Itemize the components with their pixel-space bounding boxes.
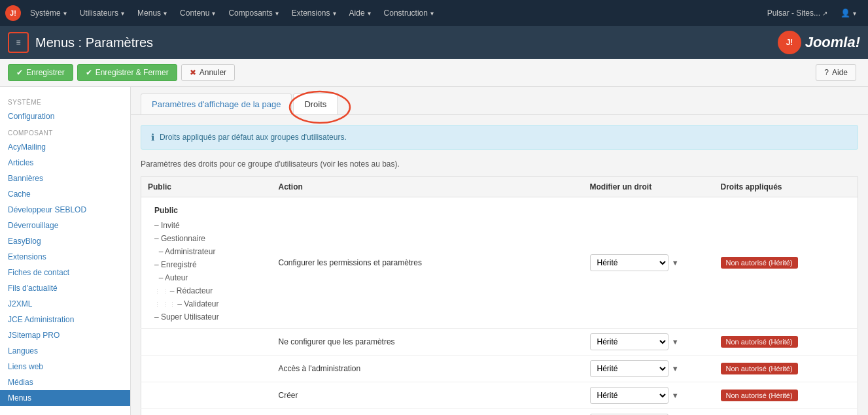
nav-systeme[interactable]: Système ▾	[24, 0, 73, 26]
group-redacteur: ⋮ ⋮ – Rédacteur	[148, 284, 266, 297]
nav-user[interactable]: 👤 ▾	[834, 0, 863, 26]
group-public: Public	[148, 202, 266, 219]
select-herite-3[interactable]: Hérité Autorisé Refusé	[590, 387, 668, 404]
group-enregistre: – Enregistré	[148, 258, 266, 271]
svg-text:J!: J!	[786, 38, 793, 47]
sidebar-item-medias[interactable]: Médias	[0, 374, 130, 390]
group-tree-cell-2	[141, 329, 272, 356]
sidebar-item-bannieres[interactable]: Bannières	[0, 171, 130, 186]
modify-cell-4: Hérité Autorisé Refusé ▼	[583, 409, 714, 416]
table-row: Accès à l'administration Hérité Autorisé…	[141, 356, 858, 382]
save-close-button[interactable]: ✔ Enregistrer & Fermer	[77, 64, 177, 81]
sidebar-item-articles[interactable]: Articles	[0, 155, 130, 171]
group-super-utilisateur: – Super Utilisateur	[148, 310, 266, 324]
action-cell-0: Configurer les permissions et paramètres	[272, 197, 583, 329]
page-title: Menus : Paramètres	[35, 35, 153, 50]
joomla-flower-icon: J!	[778, 31, 801, 54]
check-icon: ✔	[16, 68, 23, 77]
chevron-down-icon: ▾	[853, 10, 856, 17]
sidebar-item-fiches-contact[interactable]: Fiches de contact	[0, 265, 130, 280]
toolbar: ✔ Enregistrer ✔ Enregistrer & Fermer ✖ A…	[0, 59, 868, 87]
applied-cell-0: Non autorisé (Hérité)	[714, 197, 858, 329]
header-bar: ≡ Menus : Paramètres J! Joomla!	[0, 26, 868, 59]
tab-params[interactable]: Paramètres d'affichage de la page	[141, 93, 292, 114]
sidebar-item-deverrouillage[interactable]: Déverrouillage	[0, 218, 130, 233]
table-row: Public – Invité – Gestionnaire – Adminis…	[141, 197, 858, 329]
x-icon: ✖	[190, 68, 196, 77]
group-auteur: – Auteur	[148, 271, 266, 284]
nav-right-section: Pulsar - Sites... ↗ 👤 ▾	[761, 0, 863, 26]
nav-extensions[interactable]: Extensions ▾	[285, 0, 343, 26]
badge-0: Non autorisé (Hérité)	[721, 257, 798, 269]
help-button[interactable]: ? Aide	[816, 64, 856, 81]
menu-icon: ≡	[16, 38, 20, 47]
nav-contenu[interactable]: Contenu ▾	[173, 0, 222, 26]
external-link-icon: ↗	[822, 10, 827, 17]
badge-3: Non autorisé (Hérité)	[721, 390, 798, 401]
page-icon: ≡	[8, 32, 29, 53]
user-icon: 👤	[841, 8, 850, 18]
modify-cell-0: Hérité Autorisé Refusé ▼	[583, 197, 714, 329]
chevron-down-icon: ▾	[368, 10, 371, 17]
modify-cell-3: Hérité Autorisé Refusé ▼	[583, 382, 714, 409]
col-group: Public	[141, 177, 272, 197]
applied-cell-4: Non autorisé (Hérité)	[714, 409, 858, 416]
modify-cell-1: Hérité Autorisé Refusé ▼	[583, 329, 714, 356]
joomla-brand: J! Joomla!	[778, 31, 860, 54]
applied-cell-3: Non autorisé (Hérité)	[714, 382, 858, 409]
select-herite-1[interactable]: Hérité Autorisé Refusé	[590, 333, 668, 350]
sidebar-item-liens-web[interactable]: Liens web	[0, 359, 130, 374]
group-tree-cell: Public – Invité – Gestionnaire – Adminis…	[141, 197, 272, 329]
nav-aide[interactable]: Aide ▾	[343, 0, 377, 26]
tab-droits[interactable]: Droits	[293, 93, 338, 114]
nav-pulsar[interactable]: Pulsar - Sites... ↗	[761, 0, 834, 26]
save-button[interactable]: ✔ Enregistrer	[8, 64, 73, 81]
action-cell-3: Créer	[272, 382, 583, 409]
group-administrateur: – Administrateur	[148, 245, 266, 258]
nav-menus[interactable]: Menus ▾	[131, 0, 173, 26]
sidebar-item-dev-seblod[interactable]: Développeur SEBLOD	[0, 202, 130, 218]
chevron-down-icon: ▾	[164, 10, 167, 17]
select-herite-0[interactable]: Hérité Autorisé Refusé	[590, 254, 668, 271]
select-herite-2[interactable]: Hérité Autorisé Refusé	[590, 360, 668, 377]
modify-cell-2: Hérité Autorisé Refusé ▼	[583, 356, 714, 382]
applied-cell-1: Non autorisé (Hérité)	[714, 329, 858, 356]
group-tree-cell-3	[141, 356, 272, 382]
permissions-description: Paramètres des droits pour ce groupe d'u…	[141, 159, 858, 169]
sidebar-item-fils-actualite[interactable]: Fils d'actualité	[0, 280, 130, 296]
col-modify: Modifier un droit	[583, 177, 714, 197]
sidebar-item-extensions[interactable]: Extensions	[0, 249, 130, 265]
select-arrow-2: ▼	[672, 365, 679, 373]
action-cell-4: Supprimer	[272, 409, 583, 416]
nav-construction[interactable]: Construction ▾	[377, 0, 440, 26]
chevron-down-icon: ▾	[333, 10, 336, 17]
group-tree-cell-5	[141, 409, 272, 416]
sidebar-item-easyblog[interactable]: EasyBlog	[0, 233, 130, 249]
sidebar-item-langues[interactable]: Langues	[0, 343, 130, 359]
action-cell-2: Accès à l'administration	[272, 356, 583, 382]
chevron-down-icon: ▾	[212, 10, 215, 17]
tabs-bar: Paramètres d'affichage de la page Droits	[131, 87, 868, 115]
sidebar-item-cache[interactable]: Cache	[0, 186, 130, 202]
cancel-button[interactable]: ✖ Annuler	[181, 64, 235, 81]
main-content: Paramètres d'affichage de la page Droits…	[131, 87, 868, 415]
check-icon: ✔	[86, 68, 92, 77]
logo-text: J!	[10, 9, 16, 17]
chevron-down-icon: ▾	[275, 10, 279, 17]
nav-utilisateurs[interactable]: Utilisateurs ▾	[73, 0, 131, 26]
sidebar-item-menus[interactable]: Menus	[0, 390, 130, 406]
table-row: Créer Hérité Autorisé Refusé ▼ Non autor…	[141, 382, 858, 409]
nav-composants[interactable]: Composants ▾	[222, 0, 285, 26]
sidebar-item-j2xml[interactable]: J2XML	[0, 296, 130, 312]
sidebar-item-acymailing[interactable]: AcyMailing	[0, 139, 130, 155]
question-icon: ?	[824, 68, 829, 77]
sidebar-item-jce[interactable]: JCE Administration	[0, 312, 130, 327]
sidebar-item-jsitemap[interactable]: JSitemap PRO	[0, 327, 130, 343]
select-arrow-3: ▼	[672, 391, 679, 399]
sidebar: SYSTÈME Configuration COMPOSANT AcyMaili…	[0, 87, 131, 415]
joomla-logo-icon[interactable]: J!	[5, 5, 21, 21]
sidebar-item-configuration[interactable]: Configuration	[0, 108, 130, 124]
permissions-section: Paramètres des droits pour ce groupe d'u…	[131, 159, 868, 415]
top-navigation: J! Système ▾ Utilisateurs ▾ Menus ▾ Cont…	[0, 0, 868, 26]
sidebar-section-systeme: SYSTÈME	[0, 93, 130, 108]
